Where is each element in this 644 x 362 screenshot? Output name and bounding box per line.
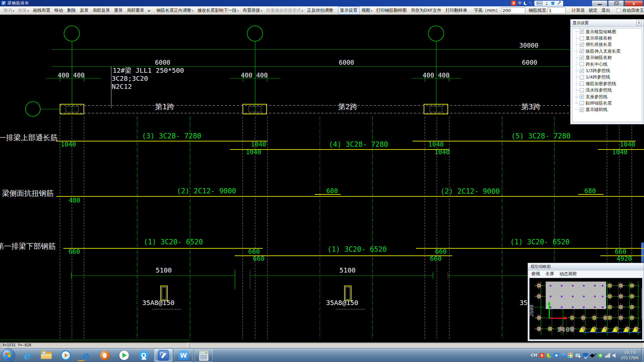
chevron-down-icon[interactable]: ▾ — [28, 9, 29, 12]
shield-tray-icon[interactable] — [561, 353, 566, 358]
sync-arrow-tray-icon[interactable] — [583, 353, 588, 358]
chevron-down-icon[interactable]: ▾ — [13, 9, 14, 12]
close-button[interactable]: × — [625, 0, 643, 7]
partial-recalc-button[interactable]: 局部重算 — [125, 6, 146, 14]
chevron-down-icon[interactable]: ▾ — [371, 9, 372, 12]
display-option[interactable]: 显示搭接名称 — [573, 35, 642, 41]
toolbar-group[interactable]: 计算器锁定退出 — [570, 6, 612, 14]
start-orb[interactable] — [2, 349, 15, 362]
display-option[interactable]: 跨长中心线 — [573, 61, 642, 67]
shirt-skin-icon[interactable] — [551, 2, 555, 5]
checkbox-icon[interactable] — [580, 95, 584, 99]
sogou-icon[interactable]: S — [511, 1, 516, 6]
wrench-icon[interactable] — [557, 2, 561, 5]
thumbnail-scrollbar[interactable] — [641, 288, 642, 320]
font-height-input[interactable] — [501, 7, 525, 14]
file-explorer-icon[interactable] — [37, 349, 56, 362]
scroll-indicator[interactable] — [641, 242, 644, 263]
arrange-splice-button[interactable]: 布置搭接▾ — [240, 6, 264, 14]
taskbar-clock[interactable]: 16:19 2017/9/6 — [621, 350, 639, 361]
checkbox-icon[interactable] — [580, 62, 584, 66]
display-option[interactable]: 显示钢筋名称 — [573, 55, 642, 61]
rebar-line-width-input[interactable] — [547, 7, 566, 14]
browser-sphere-icon[interactable] — [95, 349, 114, 362]
column-symbol[interactable] — [424, 104, 448, 114]
checkbox-icon[interactable] — [580, 69, 584, 73]
display-option[interactable]: 显示模型缩略图 — [573, 28, 642, 35]
cube-tray-icon[interactable] — [554, 353, 559, 358]
partial-back-calc-button[interactable]: 局部反算 — [91, 6, 112, 14]
move-button[interactable]: 移动 — [52, 6, 65, 14]
display-option[interactable]: 箍筋加密参照线 — [573, 80, 642, 87]
print-rebar-drawing-button[interactable]: 打印钢筋翻样图 — [374, 6, 409, 14]
thread-adjust-button[interactable]: 正反丝扣调整 — [305, 6, 335, 14]
modify-length-affect-next-button[interactable]: 修改长度影响下一段▾ — [195, 6, 240, 14]
chevron-down-icon[interactable]: ▾ — [192, 9, 193, 12]
print-detail-list-button[interactable]: 打印翻样单 — [443, 6, 469, 14]
lang-indicator[interactable]: CH — [531, 353, 537, 358]
sphere-tray-icon[interactable] — [547, 353, 552, 358]
display-option[interactable]: 纵筋伸入支座长度 — [573, 48, 642, 54]
thumbnail-view-button[interactable]: 动态观察 — [559, 271, 577, 277]
lock-button[interactable]: 锁定 — [587, 6, 599, 14]
ie-browser-2-icon[interactable]: e — [75, 349, 95, 362]
checkbox-icon[interactable] — [580, 29, 584, 34]
draw-line-layout-button[interactable]: 画线布置 — [31, 6, 52, 14]
checkbox-icon[interactable] — [580, 36, 584, 41]
health-plus-tray-icon[interactable] — [598, 353, 603, 358]
display-option[interactable]: 流水段参照线 — [573, 87, 642, 94]
checkbox-icon[interactable] — [580, 101, 584, 105]
display-option[interactable]: 1/4跨参照线 — [573, 74, 642, 80]
toolbar-group[interactable]: 撤消▾恢复▾画线布置移动删除反算局部反算重算局部重算» — [1, 6, 152, 14]
show-desktop-button[interactable] — [641, 348, 644, 362]
display-option[interactable]: 绑扎搭接长度 — [573, 42, 642, 48]
rebar-length-forward-adjust-button[interactable]: 钢筋长度正向调整▾ — [154, 6, 195, 14]
checkbox-icon[interactable] — [580, 108, 584, 112]
display-option[interactable]: 支座参照线 — [573, 94, 642, 100]
video-player-icon[interactable] — [114, 349, 134, 362]
rebar-app-icon[interactable] — [154, 349, 172, 362]
chevron-down-icon[interactable]: ▾ — [302, 9, 303, 12]
toolbar-group[interactable]: 字高（mm）钢筋线宽 — [472, 7, 567, 14]
wps-app-icon[interactable]: W — [174, 349, 193, 362]
delete-button[interactable]: 删除 — [65, 6, 78, 14]
calculator-button[interactable]: 计算器 — [570, 6, 587, 14]
thumbnail-view-button[interactable]: 全屏 — [545, 271, 554, 277]
column-symbol[interactable] — [60, 104, 84, 114]
back-calc-button[interactable]: 反算 — [78, 6, 91, 14]
volume-icon[interactable] — [612, 353, 617, 358]
media-player-icon[interactable] — [56, 349, 75, 362]
chevron-down-icon[interactable]: ▾ — [261, 9, 262, 12]
toolbar-group[interactable]: 自动四舍五入自动筋号重排 — [615, 7, 644, 13]
toolbar-group[interactable]: 钢筋长度正向调整▾修改长度影响下一段▾布置搭接▾批量修改搭接形式▾正反丝扣调整 — [154, 6, 335, 14]
auto-round-checkbox[interactable]: 自动四舍五入 — [615, 7, 644, 13]
toolbar-group[interactable]: 显示设置视图▾打印钢筋翻样图另存为DXF文件打印翻样单 — [338, 6, 469, 14]
recalc-button[interactable]: 重算 — [112, 6, 125, 14]
checkbox-icon[interactable] — [580, 88, 584, 93]
display-option[interactable]: 贴焊锚筋长度 — [573, 100, 642, 106]
windows-update-tray-icon[interactable] — [568, 353, 573, 358]
panel-close-icon[interactable]: ✕ — [636, 20, 642, 25]
checkbox-icon[interactable] — [580, 75, 584, 79]
moon-icon[interactable] — [524, 1, 527, 5]
cloud-q-icon[interactable]: Q — [134, 349, 153, 362]
overflow-chevron[interactable]: » — [146, 7, 152, 14]
satellite-tray-icon[interactable] — [590, 353, 595, 358]
display-settings-button[interactable]: 显示设置 — [338, 6, 360, 14]
checkbox-icon[interactable] — [580, 43, 584, 47]
checkbox-icon[interactable] — [580, 56, 584, 60]
ie-browser-icon[interactable]: e — [17, 349, 37, 362]
save-as-dxf-button[interactable]: 另存为DXF文件 — [409, 6, 443, 14]
sogou-tray-icon[interactable]: S — [539, 353, 544, 358]
keyboard-icon[interactable] — [537, 1, 543, 5]
minimize-button[interactable] — [592, 0, 607, 7]
ime-language-indicator[interactable]: 中 — [518, 0, 522, 6]
checkbox-icon[interactable] — [580, 49, 584, 53]
chevron-down-icon[interactable]: ▾ — [237, 9, 238, 12]
person-icon[interactable] — [545, 2, 548, 5]
monitor-tray-icon[interactable] — [575, 353, 581, 358]
ime-punctuation-indicator[interactable]: °, — [529, 1, 532, 5]
column-symbol[interactable] — [243, 104, 267, 114]
display-option[interactable]: 显示辅助线 — [573, 107, 642, 113]
exit-button[interactable]: 退出 — [599, 6, 612, 14]
